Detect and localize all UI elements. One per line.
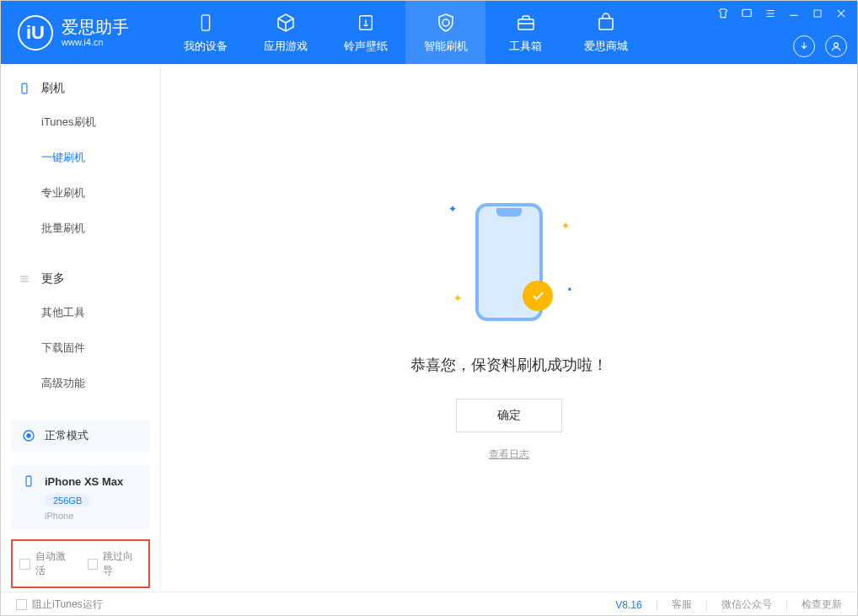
section-title: 更多 (41, 271, 65, 287)
svg-rect-4 (743, 9, 752, 16)
device-capacity-badge: 256GB (45, 494, 90, 507)
sidebar-item-oneclick-flash[interactable]: 一键刷机 (1, 140, 160, 175)
app-header: iU 爱思助手 www.i4.cn 我的设备 应用游戏 铃声壁纸 智能刷机 工具… (1, 1, 857, 64)
tab-store[interactable]: 爱思商城 (566, 1, 646, 64)
section-title: 刷机 (41, 81, 65, 96)
normal-mode-icon (21, 428, 36, 443)
download-button[interactable] (793, 35, 815, 57)
svg-rect-2 (518, 19, 534, 29)
device-type: iPhone (45, 511, 140, 521)
sidebar-header-more: 更多 (1, 263, 160, 295)
tab-smart-flash[interactable]: 智能刷机 (405, 1, 485, 64)
tab-label: 工具箱 (509, 39, 542, 54)
version-label: V8.16 (615, 599, 641, 611)
user-button[interactable] (825, 35, 847, 57)
mode-label: 正常模式 (45, 428, 88, 443)
checkbox-block-itunes[interactable]: 阻止iTunes运行 (16, 597, 103, 612)
sidebar-item-itunes-flash[interactable]: iTunes刷机 (1, 104, 160, 140)
sparkle-icon: ✦ (453, 292, 462, 304)
tab-ringtones-wallpapers[interactable]: 铃声壁纸 (325, 1, 405, 64)
checkbox-icon (19, 559, 30, 570)
main-tabs: 我的设备 应用游戏 铃声壁纸 智能刷机 工具箱 爱思商城 (165, 1, 646, 64)
sidebar-item-other-tools[interactable]: 其他工具 (1, 295, 160, 330)
sidebar-item-pro-flash[interactable]: 专业刷机 (1, 175, 160, 211)
feedback-icon[interactable] (741, 8, 753, 19)
device-info[interactable]: iPhone XS Max 256GB iPhone (11, 465, 150, 529)
app-name: 爱思助手 (62, 17, 129, 37)
device-phone-icon (21, 474, 36, 489)
tab-apps-games[interactable]: 应用游戏 (245, 1, 325, 64)
device-icon (195, 12, 217, 34)
header-actions (793, 35, 847, 57)
svg-rect-5 (814, 10, 821, 17)
sidebar-header-flash: 刷机 (1, 72, 160, 104)
check-badge-icon (523, 281, 553, 311)
tab-label: 智能刷机 (424, 39, 468, 54)
app-url: www.i4.cn (62, 37, 129, 48)
shirt-icon[interactable] (717, 8, 729, 19)
sidebar-section-more: 更多 其他工具 下载固件 高级功能 (1, 254, 160, 410)
checkbox-skip-guide[interactable]: 跳过向导 (88, 549, 142, 578)
window-controls (717, 8, 847, 19)
checkbox-label: 跳过向导 (103, 549, 142, 578)
footer-link-support[interactable]: 客服 (672, 597, 692, 612)
app-logo-icon: iU (18, 15, 53, 51)
footer-link-update[interactable]: 检查更新 (802, 597, 842, 612)
refresh-shield-icon (435, 12, 457, 34)
minimize-icon[interactable] (788, 8, 800, 19)
svg-rect-7 (22, 83, 27, 94)
sidebar-section-flash: 刷机 iTunes刷机 一键刷机 专业刷机 批量刷机 (1, 64, 160, 254)
header-right (717, 1, 847, 64)
sidebar-item-download-firmware[interactable]: 下载固件 (1, 330, 160, 366)
music-icon (355, 12, 377, 34)
tab-label: 爱思商城 (584, 39, 628, 54)
menu-lines-icon (18, 272, 31, 286)
footer: 阻止iTunes运行 V8.16 | 客服 | 微信公众号 | 检查更新 (1, 592, 857, 616)
sparkle-icon: • (568, 284, 571, 296)
checkbox-label: 阻止iTunes运行 (32, 597, 103, 612)
svg-point-6 (834, 43, 839, 47)
svg-rect-10 (26, 476, 31, 486)
sparkle-icon: ✦ (448, 203, 457, 215)
tab-toolbox[interactable]: 工具箱 (485, 1, 566, 64)
sidebar-item-batch-flash[interactable]: 批量刷机 (1, 211, 160, 246)
logo-area: iU 爱思助手 www.i4.cn (1, 15, 165, 51)
sidebar-item-advanced[interactable]: 高级功能 (1, 366, 160, 401)
checkbox-icon (16, 599, 27, 610)
checkbox-auto-activate[interactable]: 自动激活 (19, 549, 74, 578)
sparkle-icon: ✦ (561, 220, 570, 232)
cube-icon (275, 12, 297, 34)
svg-point-9 (27, 434, 30, 437)
device-name: iPhone XS Max (45, 475, 123, 488)
store-icon (595, 12, 617, 34)
checkbox-icon (88, 559, 99, 570)
svg-rect-0 (201, 14, 209, 29)
phone-icon (18, 82, 31, 95)
view-log-link[interactable]: 查看日志 (489, 447, 529, 462)
menu-icon[interactable] (764, 8, 776, 19)
tab-label: 铃声壁纸 (344, 39, 388, 54)
footer-link-wechat[interactable]: 微信公众号 (721, 597, 772, 612)
success-illustration: ✦ ✦ ✦ • (425, 195, 593, 329)
confirm-button[interactable]: 确定 (456, 399, 562, 432)
phone-frame-icon (475, 203, 543, 321)
main-content: ✦ ✦ ✦ • 恭喜您，保资料刷机成功啦！ 确定 查看日志 (161, 64, 857, 592)
tab-label: 我的设备 (184, 39, 228, 54)
toolbox-icon (515, 12, 537, 34)
checkbox-label: 自动激活 (35, 549, 74, 578)
tab-label: 应用游戏 (264, 39, 308, 54)
tab-my-device[interactable]: 我的设备 (165, 1, 245, 64)
maximize-icon[interactable] (812, 8, 823, 19)
success-message: 恭喜您，保资料刷机成功啦！ (410, 355, 608, 375)
close-icon[interactable] (835, 8, 847, 19)
bottom-options-highlighted: 自动激活 跳过向导 (11, 539, 150, 588)
svg-rect-3 (599, 19, 613, 29)
body: 刷机 iTunes刷机 一键刷机 专业刷机 批量刷机 更多 其他工具 下载固件 … (1, 64, 857, 592)
footer-right: V8.16 | 客服 | 微信公众号 | 检查更新 (615, 597, 842, 612)
mode-box[interactable]: 正常模式 (11, 420, 150, 452)
app-title-block: 爱思助手 www.i4.cn (62, 17, 129, 48)
sidebar: 刷机 iTunes刷机 一键刷机 专业刷机 批量刷机 更多 其他工具 下载固件 … (1, 64, 161, 592)
